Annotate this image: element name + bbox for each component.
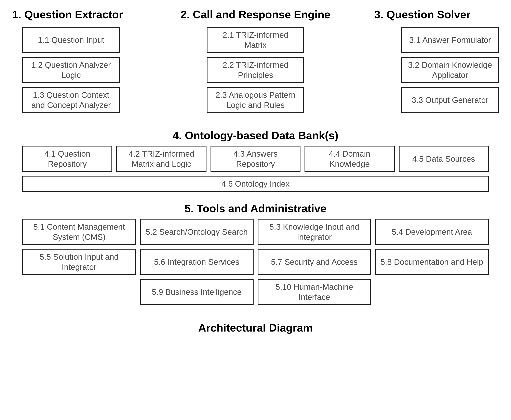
box-2-1-triz-matrix: 2.1 TRIZ-informed Matrix (207, 27, 304, 53)
box-1-3-question-context-concept-analyzer: 1.3 Question Context and Concept Analyze… (22, 87, 120, 113)
section-3-question-solver: 3. Question Solver 3.1 Answer Formulator… (346, 8, 499, 117)
box-5-1-cms: 5.1 Content Management System (CMS) (22, 219, 136, 245)
box-4-3-answers-repository: 4.3 Answers Repository (211, 146, 300, 172)
box-5-5-solution-input-integrator: 5.5 Solution Input and Integrator (22, 249, 136, 275)
box-1-1-question-input: 1.1 Question Input (22, 27, 120, 53)
section-5-row-2: 5.5 Solution Input and Integrator 5.6 In… (22, 249, 489, 275)
box-1-2-question-analyzer-logic: 1.2 Question Analyzer Logic (22, 57, 120, 83)
section-2-title: 2. Call and Response Engine (179, 8, 332, 21)
section-5-row-1: 5.1 Content Management System (CMS) 5.2 … (22, 219, 489, 245)
box-4-4-domain-knowledge: 4.4 Domain Knowledge (305, 146, 395, 172)
footer-title: Architectural Diagram (12, 321, 499, 334)
box-5-9-business-intelligence: 5.9 Business Intelligence (140, 279, 253, 305)
section-4-title: 4. Ontology-based Data Bank(s) (12, 129, 499, 142)
box-5-10-human-machine-interface: 5.10 Human-Machine Interface (258, 279, 371, 305)
box-5-7-security-access: 5.7 Security and Access (258, 249, 371, 275)
box-4-2-triz-matrix-logic: 4.2 TRIZ-informed Matrix and Logic (116, 146, 206, 172)
section-1-title: 1. Question Extractor (12, 8, 165, 21)
box-3-1-answer-formulator: 3.1 Answer Formulator (401, 27, 499, 53)
box-2-3-analogous-pattern-logic: 2.3 Analogous Pattern Logic and Rules (207, 87, 304, 113)
top-sections-row: 1. Question Extractor 1.1 Question Input… (12, 8, 499, 117)
box-4-6-ontology-index: 4.6 Ontology Index (22, 176, 489, 192)
box-5-3-knowledge-input-integrator: 5.3 Knowledge Input and Integrator (258, 219, 371, 245)
box-5-8-documentation-help: 5.8 Documentation and Help (375, 249, 489, 275)
section-5-title: 5. Tools and Administrative (22, 202, 489, 215)
section-1-question-extractor: 1. Question Extractor 1.1 Question Input… (12, 8, 165, 117)
box-5-2-search-ontology: 5.2 Search/Ontology Search (140, 219, 253, 245)
section-4-ontology-data-banks: 4. Ontology-based Data Bank(s) 4.1 Quest… (12, 129, 499, 192)
box-4-5-data-sources: 4.5 Data Sources (399, 146, 489, 172)
box-2-2-triz-principles: 2.2 TRIZ-informed Principles (207, 57, 304, 83)
section-5-row-3: 5.9 Business Intelligence 5.10 Human-Mac… (22, 279, 489, 305)
box-3-3-output-generator: 3.3 Output Generator (401, 87, 499, 113)
section-4-row-1: 4.1 Question Repository 4.2 TRIZ-informe… (22, 146, 489, 172)
box-5-4-development-area: 5.4 Development Area (375, 219, 489, 245)
box-4-1-question-repository: 4.1 Question Repository (22, 146, 112, 172)
box-3-2-domain-knowledge-applicator: 3.2 Domain Knowledge Applicator (401, 57, 499, 83)
section-2-call-response-engine: 2. Call and Response Engine 2.1 TRIZ-inf… (179, 8, 332, 117)
box-5-6-integration-services: 5.6 Integration Services (140, 249, 253, 275)
section-5-tools-administrative: 5. Tools and Administrative 5.1 Content … (12, 202, 499, 305)
section-3-title: 3. Question Solver (346, 8, 499, 21)
